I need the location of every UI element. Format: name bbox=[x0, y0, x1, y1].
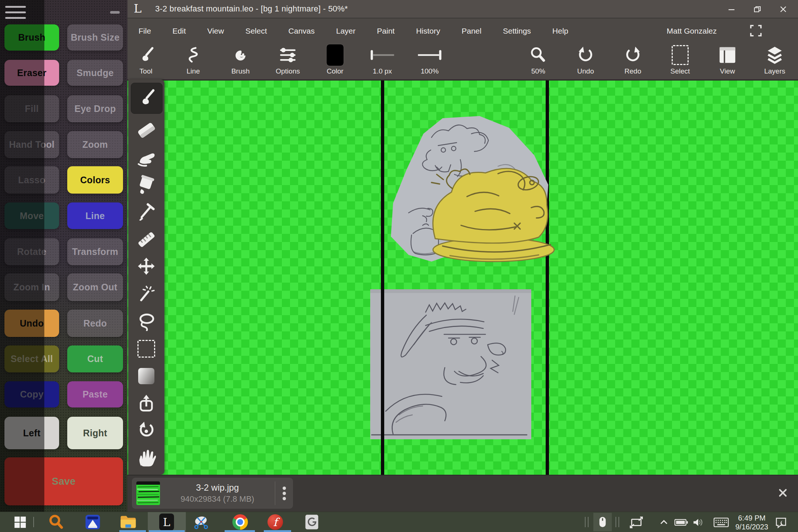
rotate-tool-icon[interactable] bbox=[131, 419, 162, 443]
taskbar-leonardo-app[interactable]: L bbox=[158, 514, 175, 531]
taskbar-snipping-app[interactable] bbox=[192, 514, 210, 531]
side-button-eraser[interactable]: Eraser bbox=[4, 60, 59, 86]
menu-canvas[interactable]: Canvas bbox=[289, 18, 315, 44]
side-button-rotate[interactable]: Rotate bbox=[4, 238, 59, 265]
start-button[interactable] bbox=[11, 514, 29, 531]
side-button-right[interactable]: Right bbox=[67, 417, 123, 449]
smudge-tool-icon[interactable] bbox=[131, 145, 162, 170]
minimize-button[interactable] bbox=[721, 3, 742, 16]
brush-tool-icon[interactable] bbox=[131, 86, 162, 110]
running-indicator-explorer bbox=[119, 530, 146, 532]
menu-select[interactable]: Select bbox=[245, 18, 267, 44]
undo-arrow-icon bbox=[577, 44, 594, 66]
menu-file[interactable]: File bbox=[139, 18, 151, 44]
file-dimensions: 940x29834 (7.8 MB) bbox=[160, 494, 275, 504]
toolbar-options[interactable]: Options bbox=[264, 44, 311, 79]
tray-mouse-icon[interactable] bbox=[593, 513, 612, 531]
fill-tool-icon[interactable] bbox=[131, 173, 162, 197]
side-button-move[interactable]: Move bbox=[4, 202, 59, 229]
menu-layer[interactable]: Layer bbox=[336, 18, 356, 44]
toolbar-undo[interactable]: Undo bbox=[562, 44, 609, 79]
toolbar-brush[interactable]: Brush bbox=[217, 44, 264, 79]
gradient-tool-icon[interactable] bbox=[131, 364, 162, 388]
eyedropper-tool-icon[interactable] bbox=[131, 200, 162, 224]
fullscreen-button[interactable] bbox=[749, 24, 763, 39]
tray-project-display-icon[interactable] bbox=[628, 516, 645, 529]
hamburger-icon-bar2[interactable] bbox=[5, 11, 26, 13]
taskbar-groove-app[interactable] bbox=[303, 514, 321, 531]
artwork-dog-sketch bbox=[370, 289, 531, 439]
side-button-paste[interactable]: Paste bbox=[67, 381, 123, 407]
taskbar-flash-player[interactable]: f bbox=[266, 514, 284, 531]
close-button[interactable] bbox=[773, 3, 794, 16]
ruler-tool-icon[interactable] bbox=[131, 227, 162, 252]
side-button-line[interactable]: Line bbox=[67, 202, 123, 229]
side-button-transform[interactable]: Transform bbox=[67, 238, 123, 265]
menu-history[interactable]: History bbox=[416, 18, 440, 44]
taskbar-search-app[interactable] bbox=[47, 514, 65, 531]
side-button-colors[interactable]: Colors bbox=[67, 166, 123, 194]
tray-clock[interactable]: 6:49 PM 9/16/2023 bbox=[733, 514, 770, 531]
toolbar-redo[interactable]: Redo bbox=[609, 44, 657, 79]
spiral-app-icon bbox=[304, 514, 320, 530]
file-menu-kebab-icon[interactable] bbox=[275, 485, 293, 502]
taskbar-scan-app[interactable] bbox=[84, 514, 102, 531]
side-button-zoom[interactable]: Zoom bbox=[67, 131, 123, 158]
file-bar-close-button[interactable] bbox=[778, 488, 788, 499]
tray-chevron-up-icon[interactable] bbox=[658, 517, 669, 528]
panel-collapse-dash[interactable] bbox=[110, 11, 120, 14]
magic-wand-tool-icon[interactable] bbox=[131, 282, 162, 306]
side-button-zoom-out[interactable]: Zoom Out bbox=[67, 273, 123, 301]
side-button-copy[interactable]: Copy bbox=[4, 381, 59, 407]
side-button-cut[interactable]: Cut bbox=[67, 345, 123, 372]
side-button-save[interactable]: Save bbox=[4, 457, 123, 505]
lasso-tool-icon[interactable] bbox=[131, 309, 162, 334]
tray-battery-icon[interactable] bbox=[674, 517, 689, 528]
move-tool-icon[interactable] bbox=[131, 255, 162, 279]
toolbar-tool[interactable]: Tool bbox=[122, 44, 170, 79]
flash-icon: f bbox=[267, 514, 283, 530]
side-button-undo[interactable]: Undo bbox=[4, 310, 59, 337]
hand-tool-icon[interactable] bbox=[131, 446, 162, 470]
side-button-select-all[interactable]: Select All bbox=[4, 345, 59, 372]
toolbar-select[interactable]: Select bbox=[657, 44, 704, 79]
hamburger-icon-bar3[interactable] bbox=[5, 17, 26, 19]
toolbar-opacity-slider[interactable]: 100% bbox=[406, 44, 453, 79]
side-button-zoom-in[interactable]: Zoom In bbox=[4, 273, 59, 301]
file-name: 3-2 wip.jpg bbox=[160, 482, 275, 493]
taskbar-divider bbox=[33, 517, 34, 527]
toolbar-line[interactable]: Line bbox=[170, 44, 217, 79]
menu-panel[interactable]: Panel bbox=[462, 18, 482, 44]
toolbar-color[interactable]: Color bbox=[311, 44, 359, 79]
side-button-brush-size[interactable]: Brush Size bbox=[67, 24, 123, 51]
side-button-hand-tool[interactable]: Hand Tool bbox=[4, 131, 59, 158]
toolbar-view[interactable]: View bbox=[704, 44, 751, 79]
menu-edit[interactable]: Edit bbox=[173, 18, 186, 44]
menu-paint[interactable]: Paint bbox=[377, 18, 395, 44]
eraser-tool-icon[interactable] bbox=[131, 118, 162, 142]
side-button-redo[interactable]: Redo bbox=[67, 310, 123, 337]
menu-settings[interactable]: Settings bbox=[503, 18, 531, 44]
side-button-fill[interactable]: Fill bbox=[4, 95, 59, 122]
open-file-card[interactable]: 3-2 wip.jpg 940x29834 (7.8 MB) bbox=[132, 478, 293, 509]
menu-view[interactable]: View bbox=[207, 18, 224, 44]
marquee-tool-icon[interactable] bbox=[131, 337, 162, 361]
toolbar-layers[interactable]: Layers bbox=[751, 44, 798, 79]
file-thumbnail[interactable] bbox=[136, 481, 160, 505]
menu-help[interactable]: Help bbox=[552, 18, 568, 44]
side-button-eye-drop[interactable]: Eye Drop bbox=[67, 95, 123, 122]
restore-button[interactable] bbox=[747, 3, 768, 16]
tray-volume-icon[interactable] bbox=[692, 517, 705, 528]
export-tool-icon[interactable] bbox=[131, 391, 162, 416]
side-button-lasso[interactable]: Lasso bbox=[4, 166, 59, 194]
tray-action-center-icon[interactable] bbox=[774, 516, 788, 529]
side-button-left[interactable]: Left bbox=[4, 417, 59, 449]
side-button-brush[interactable]: Brush bbox=[4, 24, 59, 51]
taskbar-file-explorer[interactable] bbox=[119, 514, 137, 531]
tray-touch-keyboard-icon[interactable] bbox=[713, 516, 729, 528]
toolbar-zoom[interactable]: 50% bbox=[515, 44, 562, 79]
side-button-smudge[interactable]: Smudge bbox=[67, 60, 123, 86]
hamburger-icon[interactable] bbox=[5, 6, 26, 8]
taskbar-chrome[interactable] bbox=[231, 514, 249, 531]
toolbar-size-slider[interactable]: 1.0 px bbox=[359, 44, 406, 79]
